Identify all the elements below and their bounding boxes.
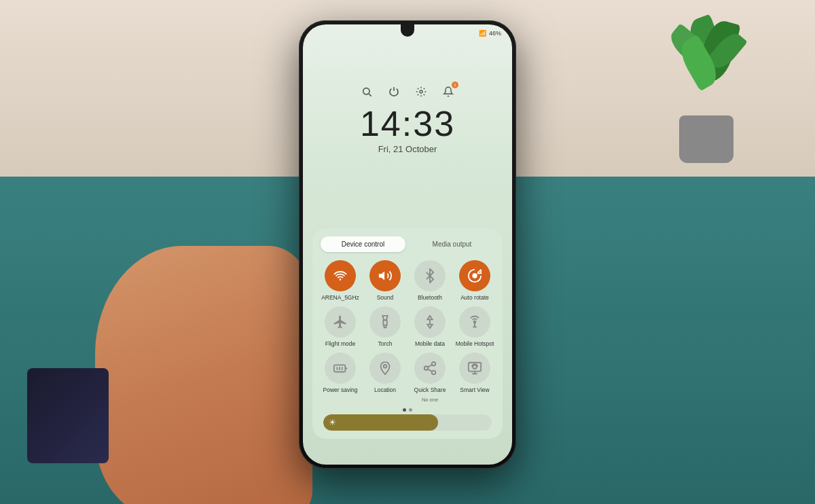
plant-decoration <box>652 14 761 163</box>
tile-torch[interactable]: Torch <box>365 306 405 347</box>
auto-rotate-label: Auto rotate <box>460 294 489 301</box>
pagination <box>321 408 494 412</box>
svg-point-7 <box>474 321 476 323</box>
svg-point-0 <box>363 88 369 94</box>
tile-power-saving[interactable]: Power saving <box>321 353 360 402</box>
power-saving-label: Power saving <box>323 386 357 393</box>
svg-point-11 <box>384 365 387 368</box>
tile-smart-view[interactable]: Smart View <box>455 353 494 402</box>
tile-quick-share[interactable]: Quick Share No one <box>410 353 450 402</box>
signal-icon: 📶 <box>479 30 486 37</box>
tile-auto-rotate[interactable]: Auto rotate <box>455 260 494 301</box>
brightness-icon: ☀ <box>329 418 336 427</box>
quick-share-icon <box>414 353 446 384</box>
phone-screen: 📶 46% <box>303 24 512 465</box>
battery-text: 46% <box>489 30 501 37</box>
svg-line-1 <box>369 94 371 96</box>
svg-point-12 <box>432 362 436 366</box>
dot-2 <box>409 408 412 412</box>
product-box <box>27 368 109 463</box>
flight-mode-label: Flight mode <box>325 340 355 347</box>
notifications-icon[interactable]: 1 <box>441 84 456 99</box>
mobile-data-label: Mobile data <box>415 340 445 347</box>
tile-mobile-hotspot[interactable]: Mobile Hotspot <box>455 306 494 347</box>
phone-outer: 📶 46% <box>299 20 516 469</box>
qs-tabs: Device control Media output <box>321 236 494 252</box>
svg-marker-3 <box>379 272 384 281</box>
brightness-slider[interactable]: ☀ <box>323 414 492 431</box>
tile-mobile-data[interactable]: Mobile data <box>410 306 450 347</box>
bluetooth-icon <box>414 260 446 291</box>
status-bar: 📶 46% <box>479 30 501 37</box>
svg-point-4 <box>473 274 477 278</box>
settings-icon[interactable] <box>414 84 429 99</box>
smart-view-icon <box>459 353 490 384</box>
tile-wifi[interactable]: ARENA_5GHz <box>321 260 360 301</box>
quick-share-label: Quick Share <box>414 386 446 393</box>
tile-sound[interactable]: Sound <box>365 260 405 301</box>
power-icon[interactable] <box>386 84 401 99</box>
auto-rotate-icon <box>459 260 490 291</box>
torch-label: Torch <box>378 340 393 347</box>
tile-bluetooth[interactable]: Bluetooth <box>410 260 450 301</box>
svg-rect-5 <box>383 320 387 325</box>
clock-time: 14:33 <box>360 106 455 141</box>
svg-point-18 <box>473 365 477 370</box>
phone-wrapper: 📶 46% <box>299 20 516 469</box>
sound-label: Sound <box>377 294 394 301</box>
device-control-tab[interactable]: Device control <box>321 236 405 252</box>
mobile-data-icon <box>414 306 446 338</box>
tile-flight-mode[interactable]: Flight mode <box>321 306 360 347</box>
flight-mode-icon <box>325 306 356 338</box>
clock-date: Fri, 21 October <box>360 144 455 154</box>
clock-area: 14:33 Fri, 21 October <box>360 106 455 154</box>
mobile-hotspot-label: Mobile Hotspot <box>456 340 494 347</box>
brightness-fill <box>323 414 438 431</box>
svg-point-13 <box>424 367 429 371</box>
media-output-tab[interactable]: Media output <box>410 236 494 252</box>
svg-point-2 <box>420 90 422 93</box>
bluetooth-label: Bluetooth <box>418 294 442 301</box>
top-icons-row: 1 <box>359 84 456 99</box>
hand <box>95 246 312 504</box>
phone-notch <box>401 24 414 37</box>
svg-point-14 <box>432 371 436 375</box>
quick-settings-panel: Device control Media output <box>312 228 503 439</box>
location-label: Location <box>374 386 396 393</box>
quick-share-sublabel: No one <box>422 397 438 403</box>
tile-location[interactable]: Location <box>365 353 405 402</box>
plant-leaves <box>666 17 747 126</box>
power-saving-icon <box>325 353 356 384</box>
plant-pot <box>679 115 734 163</box>
svg-line-16 <box>428 365 432 367</box>
search-icon[interactable] <box>359 84 374 99</box>
dot-1 <box>403 408 406 412</box>
sound-icon <box>369 260 401 291</box>
notification-badge: 1 <box>452 82 458 88</box>
svg-line-15 <box>428 370 432 372</box>
qs-tiles-grid: ARENA_5GHz Sound <box>321 260 494 403</box>
wifi-label: ARENA_5GHz <box>321 294 359 301</box>
smart-view-label: Smart View <box>460 386 489 393</box>
wifi-icon <box>325 260 356 291</box>
location-icon <box>369 353 401 384</box>
mobile-hotspot-icon <box>459 306 490 338</box>
torch-icon <box>369 306 401 338</box>
